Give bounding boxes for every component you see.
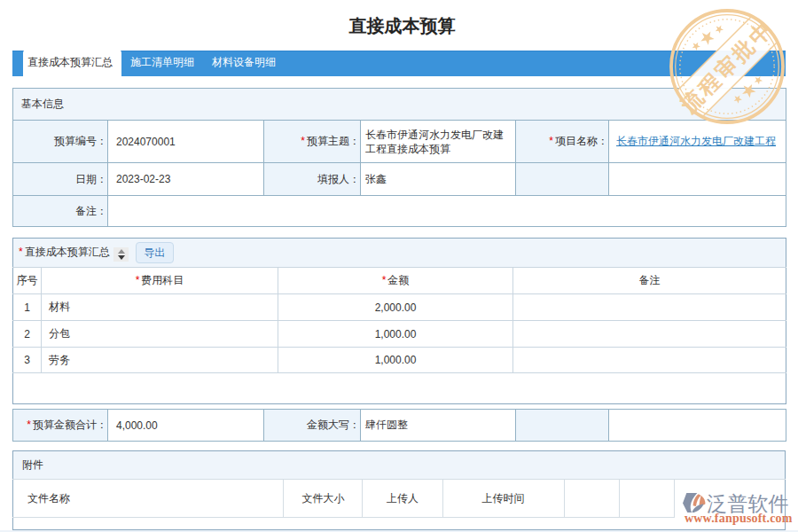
svg-text:流程审批中: 流程审批中 <box>676 16 778 118</box>
